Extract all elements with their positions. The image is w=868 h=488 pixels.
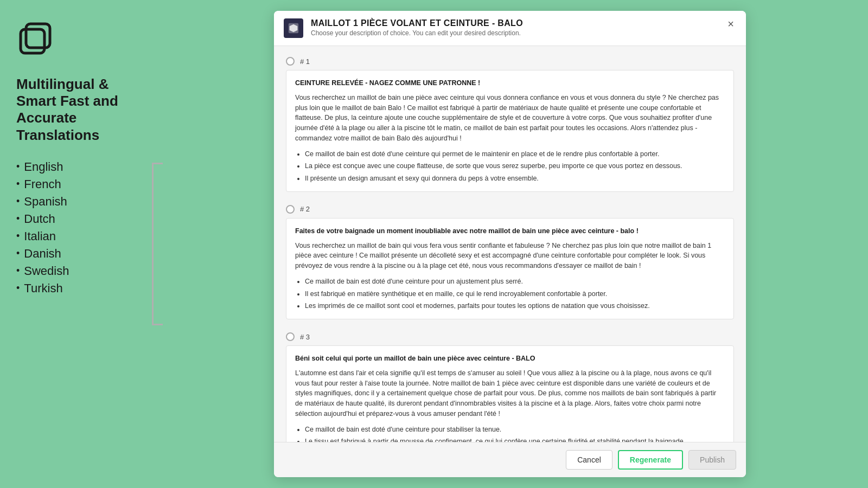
option-card-bullets-2: Ce maillot de bain est doté d'une ceintu… bbox=[295, 277, 725, 311]
svg-rect-0 bbox=[21, 29, 44, 53]
option-card-bullets-1: Ce maillot de bain est doté d'une ceintu… bbox=[295, 149, 725, 184]
modal-product-icon bbox=[284, 18, 303, 38]
option-card-title-3: Béni soit celui qui porte un maillot de … bbox=[295, 354, 725, 364]
regenerate-button[interactable]: Regenerate bbox=[618, 450, 683, 470]
option-header-3: # 3 bbox=[286, 332, 734, 341]
bracket-decoration bbox=[152, 163, 163, 325]
modal-body: # 1CEINTURE RELEVÉE - NAGEZ COMME UNE PA… bbox=[274, 46, 746, 442]
option-bullet-2-3: Les imprimés de ce maillot sont cool et … bbox=[305, 301, 725, 311]
modal-product-title: MAILLOT 1 PIÈCE VOLANT ET CEINTURE - BAL… bbox=[311, 18, 718, 28]
modal-product-subtitle: Choose your description of choice. You c… bbox=[311, 29, 718, 37]
option-card-1: CEINTURE RELEVÉE - NAGEZ COMME UNE PATRO… bbox=[286, 70, 734, 192]
option-card-bullets-3: Ce maillot de bain est doté d'une ceintu… bbox=[295, 425, 725, 442]
language-item: English bbox=[16, 160, 136, 174]
option-header-1: # 1 bbox=[286, 57, 734, 66]
option-radio-2[interactable] bbox=[286, 205, 295, 214]
option-bullet-3-2: Le tissu est fabriqué à partir de mousse… bbox=[305, 436, 725, 442]
option-bullet-1-2: La pièce est conçue avec une coupe flatt… bbox=[305, 161, 725, 171]
cancel-button[interactable]: Cancel bbox=[566, 450, 612, 470]
option-bullet-1-1: Ce maillot de bain est doté d'une ceintu… bbox=[305, 149, 725, 159]
option-bullet-1-3: Il présente un design amusant et sexy qu… bbox=[305, 174, 725, 184]
option-card-body-1: Vous recherchez un maillot de bain une p… bbox=[295, 93, 725, 144]
option-card-2: Faites de votre baignade un moment inoub… bbox=[286, 218, 734, 319]
option-card-title-2: Faites de votre baignade un moment inoub… bbox=[295, 226, 725, 236]
option-bullet-2-1: Ce maillot de bain est doté d'une ceintu… bbox=[305, 277, 725, 287]
option-radio-1[interactable] bbox=[286, 57, 295, 66]
main-area: MAILLOT 1 PIÈCE VOLANT ET CEINTURE - BAL… bbox=[152, 0, 868, 488]
option-number-3: # 3 bbox=[300, 333, 310, 341]
language-item: Italian bbox=[16, 229, 136, 243]
svg-rect-1 bbox=[26, 24, 50, 48]
language-item: Danish bbox=[16, 247, 136, 261]
modal-footer: Cancel Regenerate Publish bbox=[274, 442, 746, 477]
option-card-body-2: Vous recherchez un maillot de bain qui v… bbox=[295, 241, 725, 271]
modal-close-button[interactable]: × bbox=[725, 18, 736, 29]
language-item: Swedish bbox=[16, 264, 136, 278]
modal-header: MAILLOT 1 PIÈCE VOLANT ET CEINTURE - BAL… bbox=[274, 11, 746, 46]
language-list: EnglishFrenchSpanishDutchItalianDanishSw… bbox=[16, 160, 136, 296]
modal-header-text: MAILLOT 1 PIÈCE VOLANT ET CEINTURE - BAL… bbox=[311, 18, 718, 37]
option-block-2: # 2Faites de votre baignade un moment in… bbox=[286, 205, 734, 319]
option-header-2: # 2 bbox=[286, 205, 734, 214]
modal-dialog: MAILLOT 1 PIÈCE VOLANT ET CEINTURE - BAL… bbox=[274, 11, 746, 477]
option-block-3: # 3Béni soit celui qui porte un maillot … bbox=[286, 332, 734, 442]
language-item: Spanish bbox=[16, 195, 136, 209]
language-item: Turkish bbox=[16, 281, 136, 296]
language-item: French bbox=[16, 177, 136, 191]
option-card-title-1: CEINTURE RELEVÉE - NAGEZ COMME UNE PATRO… bbox=[295, 78, 725, 88]
option-card-body-3: L'automne est dans l'air et cela signifi… bbox=[295, 368, 725, 419]
sidebar-title: Multilingual & Smart Fast and Accurate T… bbox=[16, 76, 136, 144]
app-icon bbox=[16, 22, 54, 60]
option-bullet-3-1: Ce maillot de bain est doté d'une ceintu… bbox=[305, 425, 725, 435]
option-bullet-2-2: Il est fabriqué en matière synthétique e… bbox=[305, 289, 725, 299]
option-number-2: # 2 bbox=[300, 205, 310, 213]
option-block-1: # 1CEINTURE RELEVÉE - NAGEZ COMME UNE PA… bbox=[286, 57, 734, 192]
option-radio-3[interactable] bbox=[286, 332, 295, 341]
publish-button[interactable]: Publish bbox=[688, 450, 736, 470]
sidebar: Multilingual & Smart Fast and Accurate T… bbox=[0, 0, 152, 488]
option-card-3: Béni soit celui qui porte un maillot de … bbox=[286, 345, 734, 442]
option-number-1: # 1 bbox=[300, 57, 310, 66]
language-item: Dutch bbox=[16, 212, 136, 226]
